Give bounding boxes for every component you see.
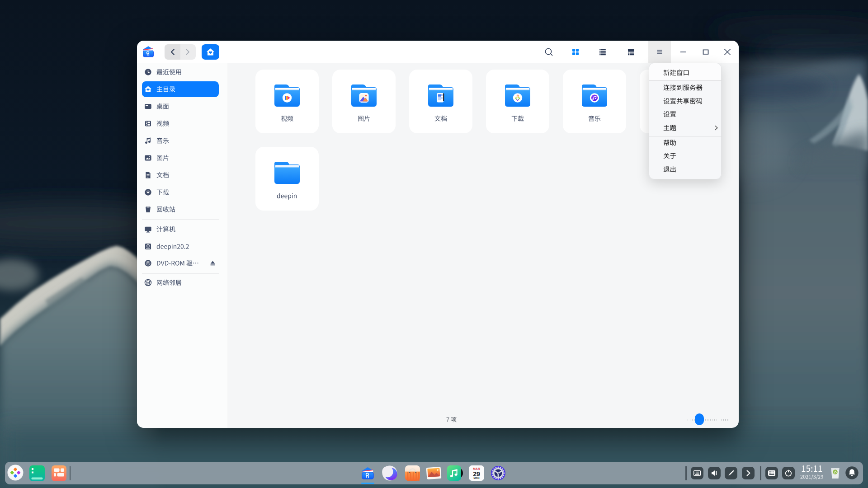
- svg-text:MON: MON: [474, 477, 480, 479]
- svg-text:MAR: MAR: [473, 467, 480, 470]
